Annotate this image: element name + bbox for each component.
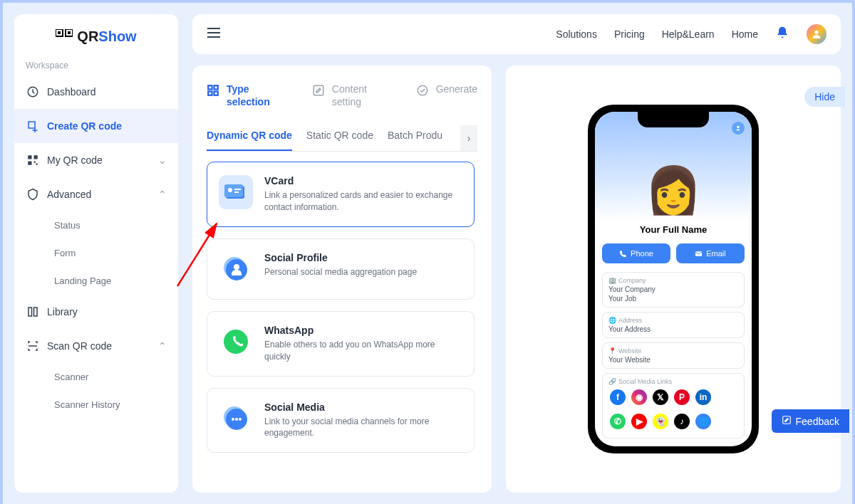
svg-rect-1	[58, 31, 61, 34]
library-icon	[26, 305, 40, 319]
svg-point-17	[418, 85, 428, 95]
svg-point-32	[737, 126, 739, 128]
svg-point-20	[228, 188, 232, 192]
x-icon: 𝕏	[653, 389, 668, 405]
grid-icon	[207, 84, 221, 98]
bell-icon[interactable]	[775, 26, 789, 43]
feedback-button[interactable]: Feedback	[772, 409, 849, 433]
social-box: 🔗Social Media Links f ◉ 𝕏 P in ✆ ▶	[602, 373, 745, 439]
sidebar-item-library[interactable]: Library	[14, 295, 178, 329]
phone-button[interactable]: Phone	[602, 243, 670, 263]
step-type-selection[interactable]: Type selection	[207, 83, 295, 108]
create-icon	[26, 119, 40, 133]
preview-avatar: 👩	[645, 164, 702, 217]
svg-rect-10	[36, 164, 38, 165]
type-list: VCard Link a personalized cards and easi…	[207, 162, 477, 481]
sidebar-item-label: Create QR code	[47, 120, 122, 132]
facebook-icon: f	[610, 389, 626, 405]
svg-rect-3	[68, 31, 71, 34]
sidebar-sub-status[interactable]: Status	[14, 211, 178, 239]
sidebar-sub-scanner[interactable]: Scanner	[14, 363, 178, 391]
svg-rect-15	[214, 92, 218, 95]
step-content-setting[interactable]: Content setting	[312, 83, 399, 108]
type-whatsapp[interactable]: WhatsApp Enable others to add you on Wha…	[207, 311, 475, 377]
instagram-icon: ◉	[631, 389, 647, 405]
sidebar-sub-landing[interactable]: Landing Page	[14, 267, 178, 295]
company-icon: 🏢	[608, 277, 616, 284]
youtube-icon: ▶	[631, 414, 647, 429]
company-box: 🏢Company Your Company Your Job	[602, 272, 745, 308]
vcard-icon	[219, 175, 253, 209]
tiktok-icon: ♪	[674, 414, 690, 429]
topbar: Solutions Pricing Help&Learn Home	[192, 14, 841, 54]
svg-rect-22	[234, 191, 239, 193]
svg-point-29	[232, 418, 234, 421]
svg-rect-21	[234, 189, 241, 190]
chevron-down-icon: ⌄	[158, 154, 167, 166]
wizard-steps: Type selection Content setting Generate	[207, 77, 477, 120]
sidebar: QRShow Workspace Dashboard Create QR cod…	[14, 14, 178, 493]
svg-rect-19	[224, 184, 243, 197]
social-profile-icon	[219, 252, 253, 286]
sidebar-item-advanced[interactable]: Advanced ⌃	[14, 177, 178, 211]
svg-rect-14	[208, 92, 212, 95]
web-icon: 🌐	[695, 414, 711, 429]
qr-type-tabs: Dynamic QR code Static QR code Batch Pro…	[207, 120, 477, 152]
type-vcard[interactable]: VCard Link a personalized cards and easi…	[207, 162, 475, 227]
svg-rect-5	[28, 122, 35, 128]
sidebar-item-label: Dashboard	[47, 86, 96, 98]
nav-solutions[interactable]: Solutions	[556, 28, 597, 40]
svg-rect-6	[28, 155, 31, 159]
workspace-label: Workspace	[14, 56, 178, 75]
hamburger-icon[interactable]	[207, 27, 221, 41]
nav-pricing[interactable]: Pricing	[614, 28, 645, 40]
type-social-media[interactable]: Social Media Link to your social media c…	[207, 388, 475, 453]
sidebar-item-my-qr[interactable]: My QR code ⌄	[14, 143, 178, 177]
svg-point-11	[814, 31, 818, 34]
type-social-profile[interactable]: Social Profile Personal social media agg…	[207, 238, 475, 300]
advanced-icon	[26, 187, 40, 201]
svg-point-25	[234, 264, 239, 270]
logo: QRShow	[14, 14, 178, 56]
svg-rect-16	[314, 85, 323, 95]
pinterest-icon: P	[674, 389, 690, 405]
share-icon	[732, 122, 745, 135]
sidebar-item-label: Scan QR code	[47, 340, 112, 352]
svg-rect-7	[34, 155, 38, 159]
edit-icon	[312, 84, 326, 98]
share-icon: 🔗	[608, 378, 616, 385]
tab-dynamic[interactable]: Dynamic QR code	[207, 125, 292, 151]
sidebar-item-label: Advanced	[47, 189, 91, 200]
sidebar-item-scan[interactable]: Scan QR code ⌃	[14, 329, 178, 363]
phone-screen: 👩 Your Full Name Phone Email 🏢Company Yo…	[595, 112, 752, 446]
globe-icon: 🌐	[608, 317, 616, 324]
sidebar-item-label: My QR code	[47, 154, 103, 166]
qr-icon	[56, 29, 73, 44]
nav-help[interactable]: Help&Learn	[662, 28, 715, 40]
address-box: 🌐Address Your Address	[602, 312, 745, 338]
dashboard-icon	[26, 85, 40, 99]
svg-point-30	[235, 418, 238, 421]
svg-rect-9	[34, 162, 36, 163]
chevron-up-icon: ⌃	[158, 340, 167, 352]
chevron-up-icon: ⌃	[158, 189, 167, 200]
preview-name: Your Full Name	[595, 220, 752, 239]
email-button[interactable]: Email	[676, 243, 745, 263]
tab-batch[interactable]: Batch Produ	[388, 125, 442, 151]
scan-icon	[26, 339, 40, 353]
sidebar-item-create-qr[interactable]: Create QR code	[14, 109, 178, 143]
preview-hero: 👩	[595, 112, 752, 220]
social-media-icon	[219, 401, 253, 436]
sidebar-sub-form[interactable]: Form	[14, 239, 178, 267]
avatar[interactable]	[807, 24, 826, 44]
tab-static[interactable]: Static QR code	[306, 125, 373, 151]
sidebar-sub-scanner-history[interactable]: Scanner History	[14, 391, 178, 419]
step-generate[interactable]: Generate	[416, 83, 477, 98]
nav-home[interactable]: Home	[732, 28, 758, 40]
myqr-icon	[26, 153, 40, 167]
sidebar-item-dashboard[interactable]: Dashboard	[14, 75, 178, 109]
hide-button[interactable]: Hide	[804, 87, 845, 107]
tabs-scroll-right[interactable]: ›	[460, 125, 477, 151]
svg-point-31	[239, 418, 242, 421]
check-circle-icon	[416, 84, 430, 98]
